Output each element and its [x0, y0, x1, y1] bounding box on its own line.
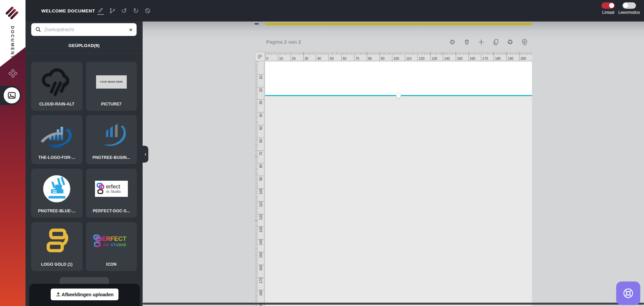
recycle-icon: ♻ [507, 38, 513, 46]
upload-bar: Afbeeldingen uploaden [29, 284, 140, 306]
sidebar-item-elements[interactable] [8, 69, 17, 79]
h-ruler-cell: 80 [367, 52, 380, 61]
icon-text-line2: OC STUDIO [103, 243, 126, 247]
colorful-perfect-logo: ERFECT OC STUDIO [93, 233, 130, 251]
perfect-doc-text: erfect oc Studio. [106, 184, 122, 193]
panel-collapse-button[interactable]: ‹ [143, 146, 148, 163]
icon-text-line1: ERFECT [102, 235, 126, 242]
versions-button[interactable] [109, 6, 116, 16]
h-ruler-cell: 150 [456, 52, 468, 61]
page-settings-button[interactable]: ⚙ [449, 38, 456, 46]
document-title: WELCOME DOCUMENT [41, 0, 95, 21]
readmode-toggle-group: Leesmodus [618, 2, 640, 15]
h-ruler-cell: 10 [278, 52, 291, 61]
h-ruler: 0102030405060708090100110120130140150160… [265, 52, 532, 61]
redo-button[interactable]: ↻ [132, 6, 140, 16]
sidebar-vertical-title: DOCUMENT [0, 19, 26, 66]
ruler-corner-icon [258, 55, 262, 59]
images-panel: × GEÜPLOAD(9) CLOUD-RAIN-ALT YOUR IMAGE … [26, 21, 143, 306]
sidebar-item-images[interactable] [0, 86, 21, 105]
cloud-rain-icon [40, 64, 73, 100]
help-button[interactable] [616, 281, 640, 305]
topbar-tools: ↺ ↻ [97, 0, 151, 21]
branch-icon [109, 7, 116, 14]
idea-icon [521, 38, 528, 46]
slashed-circle-icon [144, 7, 151, 14]
readmode-toggle-label: Leesmodus [618, 10, 640, 15]
undo-icon: ↺ [121, 7, 127, 14]
clear-button[interactable] [144, 6, 151, 16]
image-card-logo-gold[interactable]: LOGO GOLD (1) [31, 222, 83, 271]
chevron-left-icon: ‹ [145, 151, 146, 157]
thumbnail [86, 115, 137, 155]
canvas: Pagina 2 van 2 ⚙ ♻ [143, 21, 644, 306]
app: WELCOME DOCUMENT ↺ ↻ Liniaal [0, 0, 644, 306]
active-tool-underline [97, 14, 104, 15]
upload-button-label: Afbeeldingen uploaden [62, 292, 114, 297]
h-ruler-cell: 120 [417, 52, 430, 61]
image-card-cloud-rain-alt[interactable]: CLOUD-RAIN-ALT [31, 62, 83, 111]
h-ruler-cell: 140 [443, 52, 456, 61]
image-card-icon[interactable]: ERFECT OC STUDIO ICON [86, 222, 137, 271]
h-ruler-cell: 110 [405, 52, 417, 61]
h-ruler-cell: 20 [291, 52, 303, 61]
h-ruler-cell: 30 [303, 52, 316, 61]
page-divider-handle[interactable] [396, 92, 401, 98]
ruler-toggle[interactable] [601, 2, 615, 9]
toggle-knob [609, 3, 614, 8]
pencil-icon [97, 7, 104, 13]
uploaded-images-grid: CLOUD-RAIN-ALT YOUR IMAGE HERE PICTURE7 [31, 62, 137, 271]
page-header-area[interactable] [265, 61, 532, 95]
lifebuoy-icon [622, 287, 634, 299]
upload-images-button[interactable]: Afbeeldingen uploaden [51, 289, 119, 300]
section-divider [26, 53, 143, 54]
duplicate-page-button[interactable] [492, 38, 499, 46]
thumbnail [31, 115, 83, 155]
h-ruler-cell: 50 [329, 52, 341, 61]
search-input[interactable] [44, 27, 126, 32]
undo-button[interactable]: ↺ [120, 6, 128, 16]
image-card-label: LOGO GOLD (1) [41, 262, 72, 267]
add-page-button[interactable] [478, 38, 485, 46]
buildings-swoosh-logo [95, 121, 128, 150]
h-ruler-cell: 0 [265, 52, 278, 61]
readmode-toggle[interactable] [623, 2, 636, 9]
image-card-picture7[interactable]: YOUR IMAGE HERE PICTURE7 [86, 62, 137, 111]
image-card-pngtree-business[interactable]: PNGTREE-BUSIN... [86, 115, 137, 164]
h-ruler-cell: 90 [380, 52, 392, 61]
thumbnail: erfect oc Studio. [86, 169, 137, 209]
perfect-doc-logo: erfect oc Studio. [95, 181, 128, 197]
factory-circle-logo [40, 172, 73, 205]
thumbnail [31, 62, 83, 102]
image-card-perfect-doc[interactable]: erfect oc Studio. PERFECT-DOC-S... [86, 169, 137, 218]
recycle-button[interactable]: ♻ [506, 38, 514, 46]
delete-page-button[interactable] [463, 38, 470, 46]
placeholder-image: YOUR IMAGE HERE [96, 75, 127, 89]
h-ruler-cell: 170 [481, 52, 494, 61]
page-toolbar: ⚙ ♻ [449, 38, 528, 46]
topbar-toggles: Liniaal Leesmodus [601, 2, 640, 15]
toggle-knob [623, 3, 628, 8]
search-clear-icon[interactable]: × [129, 27, 133, 33]
idea-button[interactable] [521, 38, 528, 46]
search-box: × [31, 23, 137, 36]
image-card-pngtree-blue[interactable]: PNGTREE-BLUE-... [31, 169, 83, 218]
search-icon [35, 27, 41, 33]
pd-glyph-icon [97, 183, 105, 195]
image-card-label: PNGTREE-BLUE-... [38, 209, 76, 213]
image-card-label: PERFECT-DOC-S... [93, 209, 130, 213]
thumbnail: YOUR IMAGE HERE [86, 62, 137, 102]
edit-button[interactable] [97, 6, 104, 16]
redo-icon: ↻ [133, 7, 139, 14]
image-card-the-logo-for[interactable]: THE-LOGO-FOR-... [31, 115, 83, 164]
thumbnail [31, 169, 83, 209]
horizontal-scrollbar[interactable] [143, 303, 644, 305]
h-ruler-cell: 40 [316, 52, 329, 61]
shapes-icon [8, 69, 17, 78]
app-sidebar: DOCUMENT [0, 0, 26, 306]
thumbnail [31, 222, 83, 262]
page-body-area[interactable] [265, 96, 532, 306]
image-card-label: CLOUD-RAIN-ALT [39, 102, 75, 106]
ruler-toggle-group: Liniaal [601, 2, 615, 15]
image-card-label: PICTURE7 [101, 102, 121, 106]
